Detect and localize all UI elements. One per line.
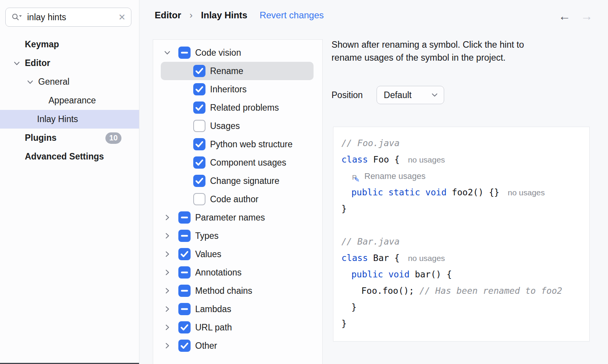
- settings-search[interactable]: ✕: [5, 8, 131, 27]
- tree-row-label: Parameter names: [195, 213, 265, 223]
- checkbox-change-signature[interactable]: [193, 175, 205, 187]
- checkbox-python-web-structure[interactable]: [193, 138, 205, 150]
- tree-row-url-path[interactable]: URL path: [153, 318, 322, 337]
- inlay-hints-tree: Code visionRenameInheritorsRelated probl…: [153, 39, 323, 364]
- breadcrumb-editor[interactable]: Editor: [155, 10, 181, 21]
- tree-row-label: Component usages: [210, 158, 286, 168]
- sidebar-item-general[interactable]: General: [0, 72, 139, 91]
- tree-row-inheritors[interactable]: Inheritors: [153, 80, 322, 98]
- checkbox-types[interactable]: [178, 230, 191, 242]
- tree-row-values[interactable]: Values: [153, 245, 322, 263]
- checkbox-values[interactable]: [178, 248, 191, 260]
- chevron-down-icon[interactable]: [26, 78, 34, 86]
- sidebar-item-advanced-settings[interactable]: Advanced Settings: [0, 147, 139, 166]
- checkbox-usages[interactable]: [193, 120, 205, 132]
- code-line: }: [341, 299, 589, 316]
- clear-search-icon[interactable]: ✕: [118, 13, 126, 22]
- checkbox-annotations[interactable]: [178, 266, 191, 279]
- tree-row-label: Annotations: [195, 267, 241, 278]
- chevron-right-icon[interactable]: [163, 323, 171, 332]
- position-setting: Position Default: [331, 86, 444, 104]
- tree-row-other[interactable]: Other: [153, 337, 322, 355]
- position-dropdown[interactable]: Default: [377, 86, 444, 104]
- code-token: }: [341, 319, 347, 329]
- tree-row-usages[interactable]: Usages: [153, 117, 322, 135]
- tree-row-label: Code vision: [195, 48, 241, 58]
- position-label: Position: [331, 90, 363, 100]
- tree-row-annotations[interactable]: Annotations: [153, 263, 322, 282]
- chevron-right-icon[interactable]: [163, 268, 171, 277]
- forward-arrow-icon[interactable]: →: [581, 10, 593, 22]
- code-line: class Foo { no usages: [341, 151, 589, 168]
- rename-hint-icon[interactable]: R✎: [351, 170, 363, 182]
- rename-usages-hint[interactable]: Rename usages: [364, 171, 425, 181]
- chevron-right-icon[interactable]: [163, 213, 171, 222]
- code-line: R✎Rename usages: [341, 168, 589, 184]
- code-line: Foo.foo(); // Has been renamed to foo2: [341, 283, 589, 299]
- tree-row-label: Method chains: [195, 286, 252, 296]
- settings-categories: KeymapEditorGeneralAppearanceInlay Hints…: [0, 35, 139, 166]
- checkbox-method-chains[interactable]: [178, 285, 191, 297]
- tree-row-label: Change signature: [210, 176, 280, 186]
- sidebar-item-appearance[interactable]: Appearance: [0, 91, 139, 110]
- tree-row-component-usages[interactable]: Component usages: [153, 153, 322, 172]
- checkbox-inheritors[interactable]: [193, 83, 205, 95]
- breadcrumb-separator-icon: ›: [189, 10, 192, 21]
- tree-row-label: Related problems: [210, 103, 279, 113]
- chevron-down-icon: [432, 93, 438, 97]
- tree-row-code-vision[interactable]: Code vision: [153, 43, 322, 62]
- chevron-right-icon[interactable]: [163, 305, 171, 313]
- chevron-right-icon[interactable]: [163, 341, 171, 350]
- code-line: // Foo.java: [341, 135, 589, 151]
- checkbox-other[interactable]: [178, 340, 191, 352]
- tree-row-change-signature[interactable]: Change signature: [153, 172, 322, 190]
- checkbox-component-usages[interactable]: [193, 156, 205, 169]
- history-nav: ← →: [558, 10, 593, 22]
- search-input[interactable]: [26, 12, 115, 23]
- chevron-down-icon[interactable]: [13, 59, 21, 68]
- code-line: // Bar.java: [341, 234, 589, 250]
- code-token: // Foo.java: [341, 138, 399, 148]
- sidebar-item-inlay-hints[interactable]: Inlay Hints: [0, 110, 139, 129]
- tree-row-python-web-structure[interactable]: Python web structure: [153, 135, 322, 153]
- tree-row-lambdas[interactable]: Lambdas: [153, 300, 322, 318]
- settings-sidebar: ✕ KeymapEditorGeneralAppearanceInlay Hin…: [0, 0, 139, 364]
- tree-row-label: Inheritors: [210, 84, 247, 95]
- code-line: public static void foo2() {} no usages: [341, 184, 589, 201]
- chevron-right-icon[interactable]: [163, 232, 171, 240]
- checkbox-rename[interactable]: [193, 65, 205, 77]
- checkbox-code-vision[interactable]: [178, 47, 191, 59]
- code-line: }: [341, 316, 589, 332]
- sidebar-item-editor[interactable]: Editor: [0, 54, 139, 72]
- checkbox-url-path[interactable]: [178, 321, 191, 333]
- code-token: // Bar.java: [341, 237, 399, 246]
- tree-row-label: URL path: [195, 322, 232, 333]
- inlay-hint-text: no usages: [408, 254, 445, 263]
- checkbox-lambdas[interactable]: [178, 303, 191, 315]
- tree-row-code-author[interactable]: Code author: [153, 190, 322, 208]
- tree-row-rename[interactable]: Rename: [161, 62, 314, 80]
- back-arrow-icon[interactable]: ←: [558, 10, 571, 22]
- checkbox-code-author[interactable]: [193, 193, 205, 205]
- code-token: public void: [351, 269, 409, 279]
- code-token: // Has been renamed to foo2: [419, 286, 562, 296]
- sidebar-item-label: Keymap: [25, 39, 59, 50]
- chevron-right-icon[interactable]: [163, 287, 171, 295]
- inlay-hint-text: no usages: [508, 188, 545, 197]
- tree-row-label: Types: [195, 231, 218, 241]
- chevron-right-icon[interactable]: [163, 250, 171, 258]
- tree-row-method-chains[interactable]: Method chains: [153, 282, 322, 300]
- tree-row-label: Code author: [210, 194, 259, 205]
- chevron-down-icon[interactable]: [163, 48, 171, 57]
- checkbox-related-problems[interactable]: [193, 101, 205, 114]
- checkbox-parameter-names[interactable]: [178, 211, 191, 224]
- tree-row-related-problems[interactable]: Related problems: [153, 98, 322, 117]
- code-token: }: [351, 302, 357, 312]
- sidebar-item-plugins[interactable]: Plugins10: [0, 129, 139, 147]
- tree-row-parameter-names[interactable]: Parameter names: [153, 208, 322, 227]
- sidebar-item-keymap[interactable]: Keymap: [0, 35, 139, 54]
- tree-row-types[interactable]: Types: [153, 227, 322, 245]
- inlay-hint-text: no usages: [408, 155, 445, 164]
- revert-changes-link[interactable]: Revert changes: [260, 10, 324, 21]
- tree-row-label: Lambdas: [195, 304, 231, 314]
